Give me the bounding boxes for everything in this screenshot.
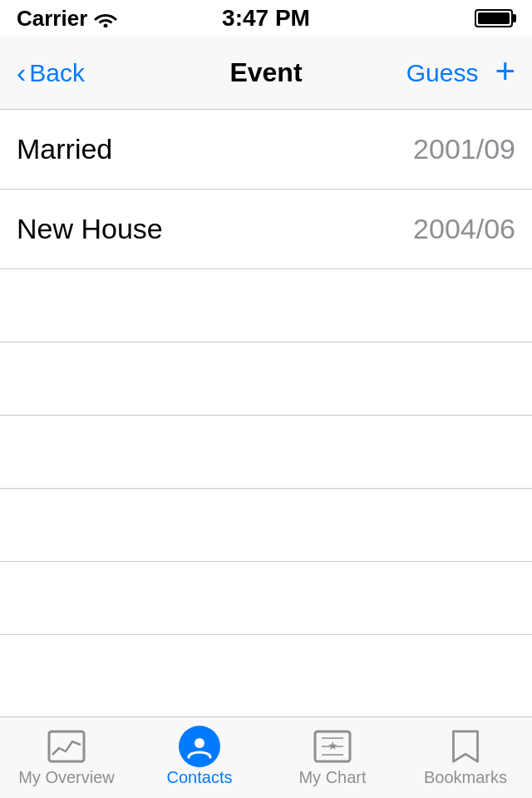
event-date: 2004/06 <box>413 213 515 245</box>
tab-contacts[interactable]: Contacts <box>133 717 266 798</box>
overview-icon <box>46 728 87 765</box>
status-time: 3:47 PM <box>222 5 310 32</box>
empty-row <box>0 562 532 635</box>
svg-point-1 <box>195 738 204 748</box>
empty-row <box>0 489 532 562</box>
event-date: 2001/09 <box>413 133 515 165</box>
status-bar: Carrier 3:47 PM <box>0 0 532 37</box>
tab-bar: My Overview Contacts ★ My Ch <box>0 717 532 798</box>
tab-bookmarks-label: Bookmarks <box>424 768 507 787</box>
event-row[interactable]: Married2001/09 <box>0 110 532 190</box>
chart-icon: ★ <box>312 728 353 765</box>
wifi-icon <box>94 9 117 27</box>
events-list: Married2001/09New House2004/06 <box>0 110 532 635</box>
tab-contacts-label: Contacts <box>167 768 233 787</box>
add-button[interactable]: + <box>495 54 515 89</box>
back-label: Back <box>29 59 85 87</box>
empty-row <box>0 269 532 342</box>
tab-my-overview[interactable]: My Overview <box>0 717 133 798</box>
contacts-icon <box>179 728 220 765</box>
chevron-left-icon: ‹ <box>17 58 26 86</box>
tab-my-chart[interactable]: ★ My Chart <box>266 717 399 798</box>
event-name: New House <box>17 213 163 245</box>
event-row[interactable]: New House2004/06 <box>0 190 532 269</box>
guess-button[interactable]: Guess <box>406 59 479 87</box>
tab-my-chart-label: My Chart <box>298 768 366 787</box>
bookmarks-icon <box>445 728 486 765</box>
event-name: Married <box>17 133 112 165</box>
navigation-bar: ‹ Back Event Guess + <box>0 37 532 110</box>
carrier-label: Carrier <box>17 6 87 32</box>
nav-actions: Guess + <box>406 57 515 89</box>
svg-text:★: ★ <box>328 739 338 752</box>
empty-row <box>0 342 532 416</box>
tab-my-overview-label: My Overview <box>18 768 115 787</box>
battery-icon <box>475 9 515 27</box>
svg-rect-0 <box>49 732 84 761</box>
empty-row <box>0 416 532 489</box>
back-button[interactable]: ‹ Back <box>17 59 85 87</box>
tab-bookmarks[interactable]: Bookmarks <box>399 717 532 798</box>
page-title: Event <box>229 57 302 88</box>
